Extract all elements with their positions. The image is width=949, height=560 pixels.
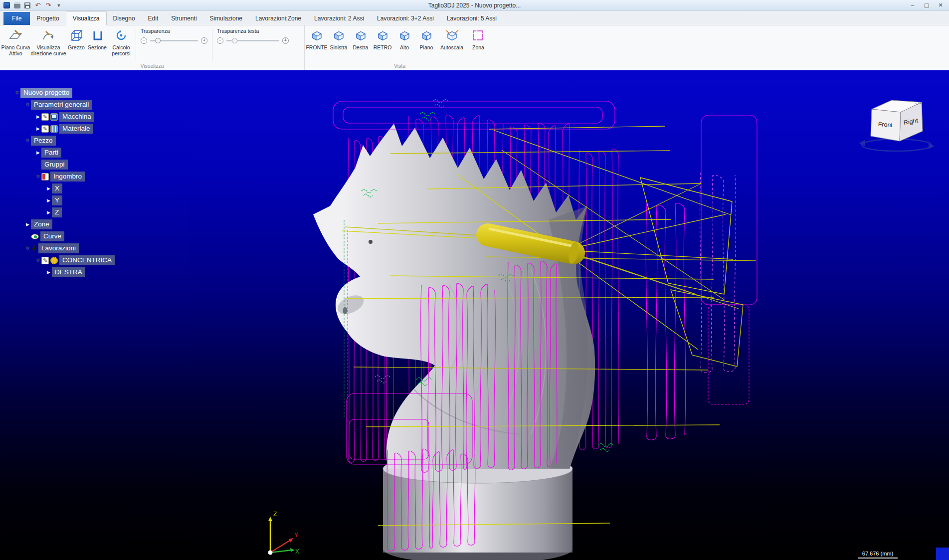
tree-item-label: Lavorazioni bbox=[38, 243, 79, 253]
tree-item-zone[interactable]: ▶Zone bbox=[24, 218, 115, 230]
grezzo-button[interactable]: Grezzo bbox=[66, 27, 86, 50]
save-icon[interactable] bbox=[24, 2, 31, 9]
tree-item-materiale[interactable]: ▶✎Materiale bbox=[35, 123, 115, 135]
minimize-button[interactable]: – bbox=[909, 2, 916, 8]
tree-item-label: Gruppi bbox=[41, 160, 68, 170]
tree-item-label: Materiale bbox=[59, 124, 93, 134]
quick-access-toolbar: ↶ ↷ ▼ bbox=[3, 2, 62, 9]
expander-open-icon[interactable]: ▼ bbox=[35, 258, 41, 263]
trasparenza-slider-block: Trasparenza − + bbox=[138, 27, 210, 44]
tree-item-label: Zone bbox=[31, 219, 52, 229]
trasparenza-slider[interactable] bbox=[150, 40, 198, 41]
qat-customize-icon[interactable]: ▼ bbox=[55, 2, 62, 9]
view-button-sinistra[interactable]: Sinistra bbox=[328, 27, 350, 50]
tree-item-pezzo[interactable]: ▼Pezzo bbox=[24, 135, 115, 147]
scale-bar: 67.676 (mm) bbox=[858, 551, 898, 559]
tab-lavorazioni-zone[interactable]: Lavorazioni:Zone bbox=[249, 12, 308, 25]
axis-x-label: X bbox=[295, 548, 299, 555]
trasparenza-testa-decrease-button[interactable]: − bbox=[217, 37, 223, 44]
tab-lavorazioni-3-2-assi[interactable]: Lavorazioni: 3+2 Assi bbox=[371, 12, 440, 25]
expander-closed-icon[interactable]: ▶ bbox=[45, 186, 52, 191]
model-horse-bust[interactable] bbox=[313, 124, 595, 560]
tree-item-parti[interactable]: ▶Parti bbox=[35, 147, 115, 159]
print-icon[interactable] bbox=[13, 2, 20, 9]
horse-eye bbox=[369, 240, 373, 244]
view-button-retro[interactable]: RETRO bbox=[372, 27, 393, 50]
trasparenza-testa-increase-button[interactable]: + bbox=[282, 37, 289, 44]
calcolo-percorsi-button[interactable]: Calcolo percorsi bbox=[108, 27, 134, 56]
tree-item-label: Parti bbox=[41, 148, 61, 158]
expander-open-icon[interactable]: ▼ bbox=[14, 90, 20, 95]
tree-item-gruppi[interactable]: Gruppi bbox=[35, 159, 115, 171]
piano-curva-attivo-button[interactable]: Piano Curva Attivo bbox=[1, 27, 30, 56]
view-cube[interactable]: Front Right bbox=[859, 100, 935, 151]
trasparenza-decrease-button[interactable]: − bbox=[141, 37, 147, 44]
horse-nostril bbox=[343, 307, 348, 314]
viewport-3d[interactable]: Front Right Z Y X ▼Nuovo progetto▼Parame… bbox=[0, 70, 949, 560]
ribbon-group-visualizza: Piano Curva Attivo Visualizza direzione … bbox=[0, 25, 305, 70]
tree-item-parametri-generali[interactable]: ▼Parametri generali bbox=[24, 99, 115, 111]
tree-item-curve[interactable]: Curve bbox=[24, 230, 115, 242]
view-cube-icon bbox=[398, 28, 411, 43]
close-button[interactable]: ✕ bbox=[937, 2, 944, 8]
application-window: ↶ ↷ ▼ Taglio3DJ 2025 - Nuovo progetto...… bbox=[0, 0, 949, 560]
tree-item-label: X bbox=[52, 184, 62, 193]
tree-item-concentrica[interactable]: ▼✎CONCENTRICA bbox=[35, 254, 115, 266]
tab-file[interactable]: File bbox=[3, 12, 30, 25]
trasparenza-slider-thumb[interactable] bbox=[155, 38, 161, 43]
trasparenza-testa-slider[interactable] bbox=[226, 40, 279, 41]
trasparenza-increase-button[interactable]: + bbox=[201, 37, 207, 44]
trasparenza-testa-slider-thumb[interactable] bbox=[232, 38, 237, 43]
view-button-fronte[interactable]: FRONTE bbox=[306, 27, 328, 50]
expander-closed-icon[interactable]: ▶ bbox=[45, 198, 52, 203]
expander-closed-icon[interactable]: ▶ bbox=[24, 222, 31, 227]
tree-item-lavorazioni[interactable]: ▼Lavorazioni bbox=[24, 242, 115, 254]
trasparenza-testa-slider-block: Trasparenza testa − + bbox=[214, 27, 292, 44]
tree-item-destra[interactable]: ▶DESTRA bbox=[45, 266, 115, 278]
ribbon-group-label-visualizza: Visualizza bbox=[0, 63, 304, 69]
tab-visualizza[interactable]: Visualizza bbox=[66, 11, 107, 25]
expander-open-icon[interactable]: ▼ bbox=[24, 102, 31, 107]
zona-button[interactable]: Zona bbox=[466, 27, 490, 50]
tree-item-x[interactable]: ▶X bbox=[45, 183, 115, 194]
view-button-destra[interactable]: Destra bbox=[350, 27, 372, 50]
view-button-piano[interactable]: Piano bbox=[415, 27, 437, 50]
expander-open-icon[interactable]: ▼ bbox=[24, 138, 31, 143]
expander-closed-icon[interactable]: ▶ bbox=[35, 126, 41, 131]
undo-icon[interactable]: ↶ bbox=[34, 2, 41, 9]
view-cube-icon bbox=[376, 28, 389, 43]
viewport-3d-scene[interactable]: Front Right Z Y X bbox=[0, 70, 949, 560]
view-button-alto[interactable]: Alto bbox=[393, 27, 415, 50]
expander-open-icon[interactable]: ▼ bbox=[35, 174, 41, 179]
expander-open-icon[interactable]: ▼ bbox=[24, 246, 31, 251]
pencil-icon: ✎ bbox=[41, 125, 49, 133]
direzione-curve-icon bbox=[42, 28, 55, 43]
maximize-button[interactable]: ▢ bbox=[923, 2, 930, 8]
redo-icon[interactable]: ↷ bbox=[45, 2, 52, 9]
expander-closed-icon[interactable]: ▶ bbox=[35, 114, 41, 119]
tab-progetto[interactable]: Progetto bbox=[30, 12, 65, 25]
expander-closed-icon[interactable]: ▶ bbox=[45, 270, 52, 275]
sezione-button[interactable]: Sezione bbox=[86, 27, 108, 50]
tab-strumenti[interactable]: Strumenti bbox=[165, 12, 203, 25]
app-icon[interactable] bbox=[3, 2, 10, 9]
tab-disegno[interactable]: Disegno bbox=[107, 12, 142, 25]
tree-item-macchina[interactable]: ▶✎Macchina bbox=[35, 111, 115, 123]
tree-item-y[interactable]: ▶Y bbox=[45, 194, 115, 206]
tab-lavorazioni-2-assi[interactable]: Lavorazioni: 2 Assi bbox=[308, 12, 371, 25]
visibility-eye-icon[interactable] bbox=[31, 234, 39, 239]
tree-item-ingombro[interactable]: ▼Ingombro bbox=[35, 171, 115, 183]
scale-label: 67.676 (mm) bbox=[858, 551, 898, 557]
machine-icon bbox=[50, 113, 58, 121]
tab-edit[interactable]: Edit bbox=[142, 12, 165, 25]
autoscala-button[interactable]: Autoscala bbox=[437, 27, 466, 50]
pencil-icon: ✎ bbox=[41, 257, 49, 264]
expander-closed-icon[interactable]: ▶ bbox=[45, 210, 52, 215]
tab-lavorazioni-5-assi[interactable]: Lavorazioni: 5 Assi bbox=[440, 12, 503, 25]
tree-item-z[interactable]: ▶Z bbox=[45, 206, 115, 218]
tab-simulazione[interactable]: Simulazione bbox=[203, 12, 249, 25]
yellow-frame-1 bbox=[640, 178, 732, 294]
visualizza-direzione-curve-button[interactable]: Visualizza direzione curve bbox=[30, 27, 66, 56]
expander-closed-icon[interactable]: ▶ bbox=[35, 150, 41, 155]
tree-item-nuovo-progetto[interactable]: ▼Nuovo progetto bbox=[14, 87, 115, 99]
